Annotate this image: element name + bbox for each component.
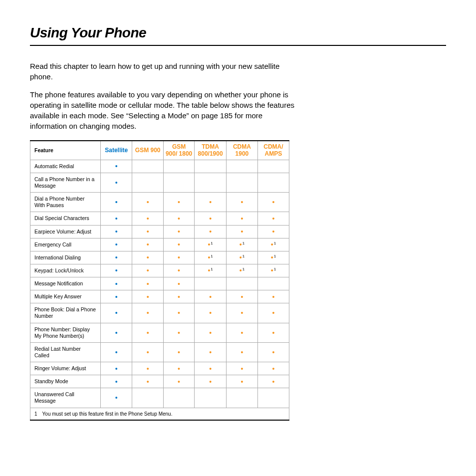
feature-mark <box>226 290 257 303</box>
dot-orange-icon <box>209 310 212 317</box>
features-table: Feature Satellite GSM 900 GSM 900/ 1800 … <box>30 140 289 421</box>
dot-orange-icon <box>209 330 212 337</box>
feature-mark <box>132 323 163 342</box>
dot-blue-icon <box>115 241 118 248</box>
dot-orange-icon <box>240 330 243 337</box>
feature-mark <box>163 323 194 342</box>
feature-mark: 1 <box>195 251 227 264</box>
table-row: Emergency Call111 <box>30 238 289 251</box>
feature-mark <box>226 303 257 323</box>
header-satellite: Satellite <box>101 141 132 160</box>
feature-mark <box>163 173 194 192</box>
table-row: International Dialing111 <box>30 251 289 264</box>
feature-mark <box>195 303 227 323</box>
header-tdma: TDMA 800/1900 <box>195 141 227 160</box>
feature-mark: 1 <box>226 251 257 264</box>
footnote-ref: 1 <box>274 254 276 258</box>
dot-blue-icon <box>115 180 118 187</box>
dot-orange-icon <box>209 294 212 301</box>
header-cdma-amps: CDMA/ AMPS <box>257 141 289 160</box>
feature-mark <box>257 173 289 192</box>
feature-mark <box>195 212 227 225</box>
feature-mark <box>195 362 227 375</box>
dot-orange-icon <box>147 267 149 274</box>
dot-orange-icon <box>178 199 180 206</box>
feature-mark <box>163 225 194 238</box>
dot-blue-icon <box>115 366 118 373</box>
footnote-ref: 1 <box>242 254 244 258</box>
feature-mark <box>226 160 257 173</box>
intro-paragraph-1: Read this chapter to learn how to get up… <box>30 61 299 82</box>
dot-orange-icon <box>209 349 212 356</box>
feature-mark: 1 <box>195 238 227 251</box>
feature-mark <box>226 323 257 342</box>
feature-mark <box>101 193 132 212</box>
footnote-ref: 1 <box>274 241 276 245</box>
dot-orange-icon <box>271 254 273 261</box>
dot-blue-icon <box>115 281 118 288</box>
dot-orange-icon <box>178 379 180 386</box>
dot-orange-icon <box>272 294 274 301</box>
feature-mark <box>195 323 227 342</box>
table-row: Redial Last Number Called <box>30 342 289 362</box>
feature-mark <box>101 375 132 388</box>
feature-mark <box>132 375 163 388</box>
feature-label: Multiple Key Answer <box>30 290 101 303</box>
feature-mark <box>132 264 163 277</box>
dot-orange-icon <box>240 229 243 236</box>
dot-orange-icon <box>147 241 149 248</box>
dot-orange-icon <box>240 349 243 356</box>
feature-mark <box>101 388 132 408</box>
dot-orange-icon <box>178 294 180 301</box>
dot-orange-icon <box>239 267 242 274</box>
feature-label: Earpiece Volume: Adjust <box>30 225 101 238</box>
feature-mark <box>132 303 163 323</box>
dot-orange-icon <box>147 379 149 386</box>
header-gsm900: GSM 900 <box>132 141 163 160</box>
feature-mark <box>163 193 194 212</box>
feature-label: Redial Last Number Called <box>30 342 101 362</box>
feature-label: Ringer Volume: Adjust <box>30 362 101 375</box>
dot-orange-icon <box>147 366 149 373</box>
dot-orange-icon <box>209 199 212 206</box>
dot-blue-icon <box>115 349 118 356</box>
table-row: Ringer Volume: Adjust <box>30 362 289 375</box>
feature-mark <box>163 238 194 251</box>
dot-blue-icon <box>115 163 118 170</box>
footnote-cell: 1You must set up this feature first in t… <box>30 408 289 420</box>
feature-mark <box>226 342 257 362</box>
feature-label: Dial a Phone Number With Pauses <box>30 193 101 212</box>
dot-orange-icon <box>178 254 180 261</box>
dot-orange-icon <box>240 294 243 301</box>
dot-orange-icon <box>272 366 274 373</box>
dot-orange-icon <box>178 330 180 337</box>
footnote-row: 1You must set up this feature first in t… <box>30 408 289 420</box>
feature-mark <box>195 375 227 388</box>
feature-mark: 1 <box>226 238 257 251</box>
footnote-ref: 1 <box>211 254 213 258</box>
dot-orange-icon <box>147 330 149 337</box>
dot-orange-icon <box>178 349 180 356</box>
feature-mark <box>132 251 163 264</box>
dot-orange-icon <box>208 267 210 274</box>
feature-mark <box>101 362 132 375</box>
feature-mark <box>132 277 163 290</box>
feature-mark <box>226 277 257 290</box>
footnote-ref: 1 <box>242 267 244 271</box>
feature-mark: 1 <box>257 264 289 277</box>
footnote-ref: 1 <box>242 241 244 245</box>
feature-mark <box>132 290 163 303</box>
feature-mark <box>101 342 132 362</box>
feature-mark <box>132 342 163 362</box>
footnote-ref: 1 <box>211 267 213 271</box>
table-row: Unanswered Call Message <box>30 388 289 408</box>
dot-blue-icon <box>115 294 118 301</box>
dot-orange-icon <box>272 330 274 337</box>
dot-orange-icon <box>272 349 274 356</box>
feature-mark: 1 <box>195 264 227 277</box>
feature-mark <box>195 193 227 212</box>
dot-orange-icon <box>178 281 180 288</box>
table-row: Multiple Key Answer <box>30 290 289 303</box>
dot-orange-icon <box>271 241 273 248</box>
feature-mark <box>163 264 194 277</box>
